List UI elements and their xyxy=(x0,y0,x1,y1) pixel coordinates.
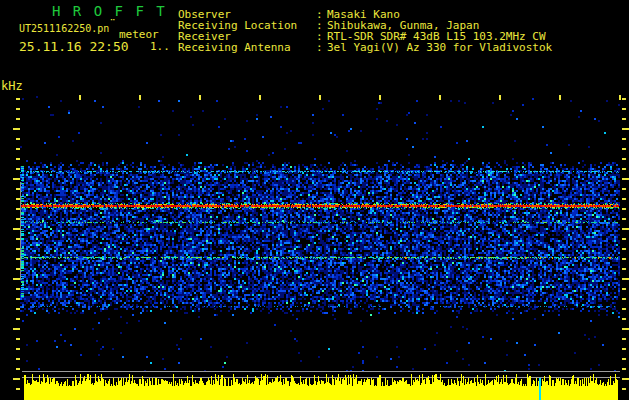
freq-minor-tick xyxy=(622,158,626,160)
freq-major-tick xyxy=(13,378,20,380)
freq-minor-tick xyxy=(16,198,20,200)
freq-major-tick xyxy=(13,178,20,180)
time-tick-mark xyxy=(259,95,261,100)
freq-minor-tick xyxy=(622,368,626,370)
freq-minor-tick xyxy=(16,348,20,350)
freq-major-tick xyxy=(13,328,20,330)
time-tick-mark xyxy=(619,95,621,100)
freq-minor-tick xyxy=(622,288,626,290)
freq-minor-tick xyxy=(16,98,20,100)
freq-minor-tick xyxy=(16,238,20,240)
freq-minor-tick xyxy=(16,138,20,140)
time-tick-mark xyxy=(379,95,381,100)
freq-minor-tick xyxy=(16,318,20,320)
freq-minor-tick xyxy=(622,358,626,360)
freq-minor-tick xyxy=(622,318,626,320)
freq-major-tick xyxy=(622,228,629,230)
freq-major-tick xyxy=(622,278,629,280)
freq-minor-tick xyxy=(622,208,626,210)
freq-minor-tick xyxy=(16,338,20,340)
freq-minor-tick xyxy=(16,148,20,150)
info-label-antenna: Receiving Antenna xyxy=(178,41,291,54)
freq-minor-tick xyxy=(16,298,20,300)
freq-minor-tick xyxy=(16,168,20,170)
freq-minor-tick xyxy=(16,288,20,290)
freq-minor-tick xyxy=(622,238,626,240)
echo-counter: 1.. xyxy=(150,40,170,53)
freq-minor-tick xyxy=(622,138,626,140)
freq-minor-tick xyxy=(622,248,626,250)
freq-major-tick xyxy=(622,128,629,130)
freq-axis-unit: kHz xyxy=(1,79,23,93)
filename-clipped-glyph: ¨ xyxy=(109,17,116,31)
freq-minor-tick xyxy=(16,218,20,220)
freq-minor-tick xyxy=(16,358,20,360)
hrofft-window: H R O F F T UT2511162250.pn ¨ meteor 25.… xyxy=(0,0,629,400)
time-tick-mark xyxy=(439,95,441,100)
freq-minor-tick xyxy=(16,388,20,390)
freq-major-tick xyxy=(13,278,20,280)
time-tick-mark xyxy=(559,95,561,100)
freq-minor-tick xyxy=(622,268,626,270)
time-tick-mark xyxy=(499,95,501,100)
output-filename: UT2511162250.pn xyxy=(19,23,109,34)
freq-minor-tick xyxy=(622,108,626,110)
freq-minor-tick xyxy=(16,248,20,250)
freq-minor-tick xyxy=(16,258,20,260)
freq-minor-tick xyxy=(622,148,626,150)
freq-minor-tick xyxy=(622,298,626,300)
freq-minor-tick xyxy=(16,108,20,110)
time-tick-mark xyxy=(139,95,141,100)
freq-minor-tick xyxy=(622,338,626,340)
freq-minor-tick xyxy=(16,188,20,190)
freq-minor-tick xyxy=(16,308,20,310)
freq-minor-tick xyxy=(622,168,626,170)
time-tick-mark xyxy=(319,95,321,100)
freq-major-tick xyxy=(622,328,629,330)
spectrogram-canvas xyxy=(20,95,620,400)
freq-minor-tick xyxy=(622,348,626,350)
datetime-label: 25.11.16 22:50 xyxy=(19,39,129,54)
freq-minor-tick xyxy=(16,118,20,120)
freq-minor-tick xyxy=(622,258,626,260)
freq-minor-tick xyxy=(622,308,626,310)
time-tick-mark xyxy=(79,95,81,100)
freq-minor-tick xyxy=(16,368,20,370)
freq-minor-tick xyxy=(622,198,626,200)
freq-minor-tick xyxy=(622,98,626,100)
freq-major-tick xyxy=(13,228,20,230)
freq-minor-tick xyxy=(16,268,20,270)
freq-major-tick xyxy=(622,378,629,380)
freq-major-tick xyxy=(13,128,20,130)
freq-minor-tick xyxy=(622,188,626,190)
time-tick-mark xyxy=(199,95,201,100)
freq-minor-tick xyxy=(622,118,626,120)
freq-minor-tick xyxy=(16,158,20,160)
freq-minor-tick xyxy=(622,388,626,390)
freq-minor-tick xyxy=(622,218,626,220)
freq-major-tick xyxy=(622,178,629,180)
freq-minor-tick xyxy=(16,208,20,210)
spectrum-range-marker xyxy=(20,182,21,280)
info-value-antenna: 3el Yagi(V) Az 330 for Vladivostok xyxy=(327,41,552,54)
info-sep: : xyxy=(316,41,323,54)
